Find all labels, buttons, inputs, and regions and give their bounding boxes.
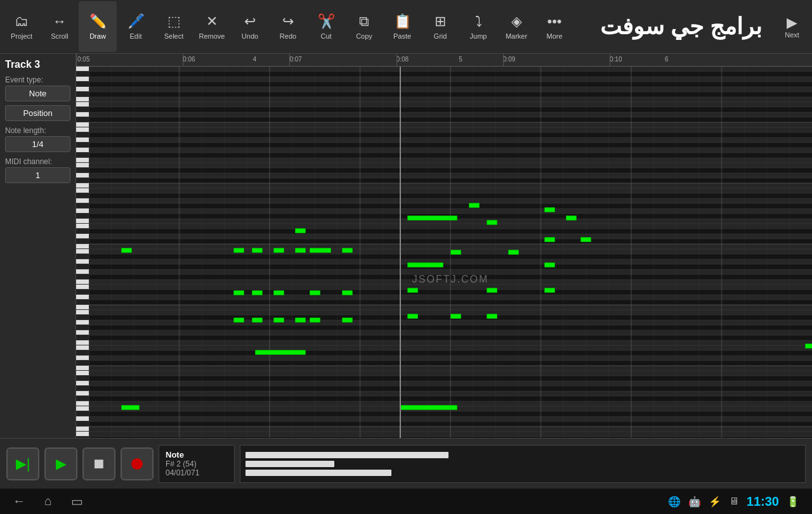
back-icon[interactable]: ←: [13, 494, 25, 509]
piano-key[interactable]: [76, 224, 89, 229]
note[interactable]: [295, 248, 306, 253]
next-button[interactable]: ▶ Next: [775, 1, 809, 52]
piano-key[interactable]: [76, 330, 89, 335]
note[interactable]: [450, 314, 461, 319]
piano-key[interactable]: [76, 391, 89, 396]
piano-key[interactable]: [76, 356, 89, 361]
piano-key[interactable]: [76, 335, 89, 340]
piano-key[interactable]: [76, 345, 89, 350]
project-button[interactable]: 🗂 Project: [3, 1, 41, 52]
piano-key[interactable]: [76, 229, 89, 234]
piano-key[interactable]: [76, 173, 89, 178]
piano-key[interactable]: [76, 72, 89, 77]
piano-key[interactable]: [76, 290, 89, 295]
more-button[interactable]: ••• More: [535, 1, 573, 52]
note[interactable]: [469, 203, 480, 208]
piano-key[interactable]: [76, 77, 89, 82]
note[interactable]: [544, 207, 555, 212]
midi-channel-value[interactable]: 1: [5, 167, 70, 183]
piano-key[interactable]: [76, 138, 89, 143]
note[interactable]: [233, 290, 244, 295]
piano-key[interactable]: [76, 158, 89, 163]
position-button[interactable]: Position: [5, 105, 70, 121]
grid[interactable]: JSOFTJ.COM: [89, 67, 812, 438]
note[interactable]: [400, 405, 457, 410]
note[interactable]: [487, 288, 497, 293]
piano-key[interactable]: C4: [76, 366, 89, 371]
piano-key[interactable]: [76, 203, 89, 209]
piano-key[interactable]: [76, 102, 89, 107]
note[interactable]: [342, 318, 353, 323]
piano-key[interactable]: C6: [76, 244, 89, 249]
piano-key[interactable]: [76, 361, 89, 366]
select-button[interactable]: ⬚ Select: [155, 1, 193, 52]
piano-key[interactable]: [76, 396, 89, 401]
copy-button[interactable]: ⧉ Copy: [345, 1, 383, 52]
piano-key[interactable]: [76, 209, 89, 214]
piano-key[interactable]: [76, 274, 89, 279]
note[interactable]: [407, 215, 458, 221]
piano-key[interactable]: [76, 350, 89, 356]
note[interactable]: [233, 318, 244, 323]
note[interactable]: [342, 248, 353, 253]
piano-key[interactable]: [76, 67, 89, 72]
remove-button[interactable]: ✕ Remove: [193, 1, 231, 52]
piano-key[interactable]: [76, 371, 89, 376]
piano-key[interactable]: [76, 214, 89, 219]
piano-key[interactable]: [76, 295, 89, 300]
edit-button[interactable]: 🖊️ Edit: [117, 1, 155, 52]
note[interactable]: [450, 250, 461, 255]
piano-key[interactable]: [76, 234, 89, 239]
note[interactable]: [508, 250, 519, 255]
piano-key[interactable]: [76, 310, 89, 315]
piano-key[interactable]: [76, 97, 89, 102]
note[interactable]: [273, 248, 284, 253]
piano-key[interactable]: [76, 148, 89, 153]
note[interactable]: [273, 290, 284, 295]
piano-key[interactable]: [76, 107, 89, 112]
marker-button[interactable]: ◈ Marker: [497, 1, 535, 52]
note[interactable]: [805, 344, 812, 349]
recents-icon[interactable]: ▭: [71, 494, 83, 509]
piano-key[interactable]: [76, 401, 89, 406]
note[interactable]: [255, 350, 306, 355]
piano-key[interactable]: [76, 437, 89, 438]
piano-key[interactable]: [76, 279, 89, 285]
piano-key[interactable]: [76, 153, 89, 158]
piano-key[interactable]: [76, 300, 89, 305]
piano-key[interactable]: [76, 315, 89, 320]
piano-key[interactable]: C7: [76, 183, 89, 188]
note[interactable]: [580, 237, 591, 242]
piano-key[interactable]: [76, 259, 89, 264]
note[interactable]: [544, 237, 555, 242]
play-loop-button[interactable]: ▶|: [6, 447, 39, 480]
piano-key[interactable]: [76, 320, 89, 325]
redo-button[interactable]: ↪ Redo: [269, 1, 307, 52]
note[interactable]: [342, 290, 353, 295]
note-length-value[interactable]: 1/4: [5, 136, 70, 152]
piano-key[interactable]: [76, 386, 89, 391]
piano-key[interactable]: [76, 193, 89, 198]
note[interactable]: [295, 318, 306, 323]
piano-key[interactable]: [76, 411, 89, 416]
stop-button[interactable]: ⏹: [82, 447, 115, 480]
note[interactable]: [233, 248, 244, 253]
piano-key[interactable]: [76, 239, 89, 244]
piano-key[interactable]: [76, 92, 89, 97]
note[interactable]: [252, 290, 263, 295]
piano-key[interactable]: [76, 163, 89, 168]
piano-key[interactable]: [76, 168, 89, 173]
piano-key[interactable]: [76, 112, 89, 117]
piano-key[interactable]: [76, 432, 89, 437]
piano-key[interactable]: [76, 376, 89, 381]
jump-button[interactable]: ⤵ Jump: [459, 1, 497, 52]
note[interactable]: [407, 262, 443, 267]
piano-key[interactable]: [76, 117, 89, 122]
piano-key[interactable]: [76, 269, 89, 274]
note[interactable]: [295, 228, 306, 233]
piano-key[interactable]: [76, 82, 89, 87]
event-type-value[interactable]: Note: [5, 86, 70, 101]
piano-key[interactable]: [76, 421, 89, 427]
piano-key[interactable]: [76, 381, 89, 386]
note[interactable]: [544, 288, 555, 293]
